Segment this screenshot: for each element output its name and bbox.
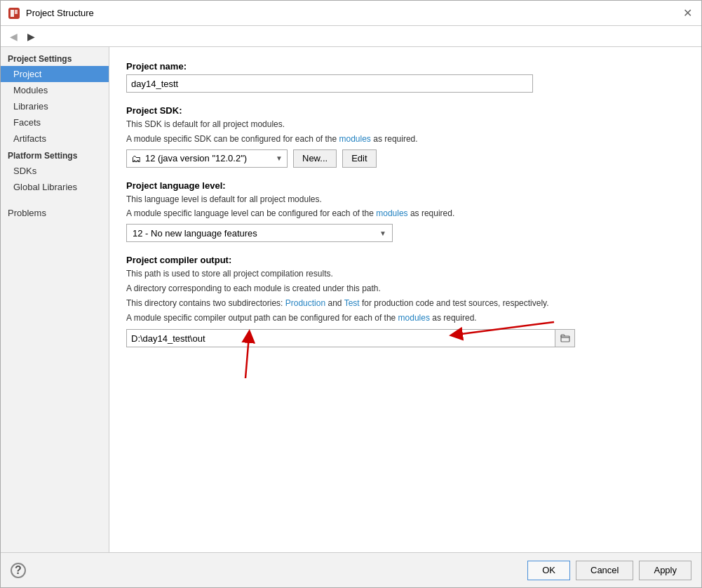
project-structure-dialog: Project Structure ✕ ◀ ▶ Project Settings… bbox=[0, 0, 702, 588]
language-level-section: Project language level: This language le… bbox=[126, 180, 684, 243]
app-icon bbox=[8, 7, 20, 20]
lang-desc2: A module specific language level can be … bbox=[126, 208, 684, 220]
platform-settings-section: Platform Settings bbox=[1, 147, 109, 163]
ok-button[interactable]: OK bbox=[527, 561, 570, 580]
svg-rect-2 bbox=[15, 10, 18, 14]
project-settings-section: Project Settings bbox=[1, 50, 109, 66]
sidebar-item-libraries[interactable]: Libraries bbox=[1, 98, 109, 114]
title-bar: Project Structure ✕ bbox=[1, 1, 701, 26]
sidebar-item-global-libraries[interactable]: Global Libraries bbox=[1, 179, 109, 195]
lang-label: Project language level: bbox=[126, 180, 684, 191]
sdk-select-text: 12 (java version "12.0.2") bbox=[145, 153, 271, 163]
sdk-dropdown[interactable]: 🗂 12 (java version "12.0.2") ▼ bbox=[126, 149, 288, 168]
compiler-desc4: A module specific compiler output path c… bbox=[126, 312, 684, 324]
lang-desc1: This language level is default for all p… bbox=[126, 194, 684, 206]
sdk-new-button[interactable]: New... bbox=[293, 149, 337, 168]
project-name-input[interactable] bbox=[126, 74, 533, 93]
sidebar-item-artifacts[interactable]: Artifacts bbox=[1, 131, 109, 147]
sidebar-item-modules[interactable]: Modules bbox=[1, 82, 109, 98]
project-name-label: Project name: bbox=[126, 61, 684, 72]
compiler-desc1: This path is used to store all project c… bbox=[126, 268, 684, 280]
chevron-down-icon: ▼ bbox=[379, 229, 386, 237]
forward-button[interactable]: ▶ bbox=[24, 29, 39, 44]
cancel-button[interactable]: Cancel bbox=[576, 561, 633, 580]
sdk-edit-button[interactable]: Edit bbox=[342, 149, 376, 168]
svg-rect-3 bbox=[561, 336, 569, 342]
sidebar-item-facets[interactable]: Facets bbox=[1, 114, 109, 131]
compiler-desc2: A directory corresponding to each module… bbox=[126, 283, 684, 295]
sidebar-item-project[interactable]: Project bbox=[1, 66, 109, 82]
sdk-folder-icon: 🗂 bbox=[131, 153, 141, 164]
compiler-output-section: Project compiler output: This path is us… bbox=[126, 255, 684, 347]
sidebar: Project Settings Project Modules Librari… bbox=[1, 47, 109, 552]
compiler-path-row bbox=[126, 329, 575, 347]
bottom-bar: ? OK Cancel Apply bbox=[1, 552, 701, 587]
project-name-section: Project name: bbox=[126, 61, 684, 93]
main-area: Project Settings Project Modules Librari… bbox=[1, 47, 701, 552]
sidebar-item-problems[interactable]: Problems bbox=[1, 203, 109, 222]
svg-rect-1 bbox=[11, 10, 14, 17]
sdk-desc2: A module specific SDK can be configured … bbox=[126, 133, 684, 145]
sidebar-item-sdks[interactable]: SDKs bbox=[1, 163, 109, 179]
chevron-down-icon: ▼ bbox=[276, 154, 283, 162]
apply-button[interactable]: Apply bbox=[639, 561, 691, 580]
content-area: Project name: Project SDK: This SDK is d… bbox=[109, 47, 701, 552]
compiler-desc3: This directory contains two subdirectori… bbox=[126, 298, 684, 309]
sdk-row: 🗂 12 (java version "12.0.2") ▼ New... Ed… bbox=[126, 149, 684, 168]
lang-select-text: 12 - No new language features bbox=[133, 228, 379, 239]
sdk-label: Project SDK: bbox=[126, 105, 684, 116]
nav-bar: ◀ ▶ bbox=[1, 26, 701, 47]
help-button[interactable]: ? bbox=[11, 563, 26, 578]
back-button[interactable]: ◀ bbox=[6, 29, 21, 44]
compiler-path-folder-button[interactable] bbox=[555, 330, 574, 347]
compiler-path-input[interactable] bbox=[127, 332, 555, 345]
compiler-label: Project compiler output: bbox=[126, 255, 684, 265]
title-bar-text: Project Structure bbox=[26, 8, 680, 18]
sdk-desc1: This SDK is default for all project modu… bbox=[126, 119, 684, 131]
language-level-dropdown[interactable]: 12 - No new language features ▼ bbox=[126, 224, 393, 242]
project-sdk-section: Project SDK: This SDK is default for all… bbox=[126, 105, 684, 168]
close-button[interactable]: ✕ bbox=[680, 6, 694, 20]
